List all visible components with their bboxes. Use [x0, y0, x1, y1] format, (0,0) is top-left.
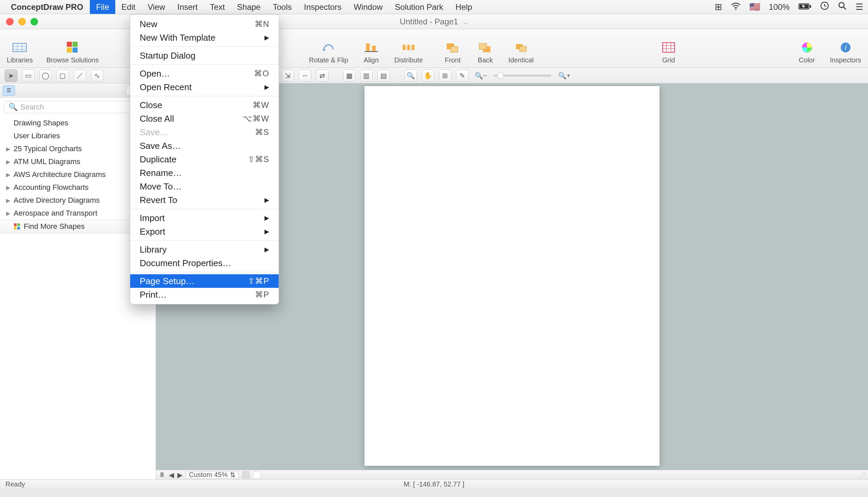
submenu-arrow-icon: ▶	[265, 228, 269, 235]
disclosure-triangle-icon: ▶	[6, 197, 11, 204]
toolbar-align[interactable]: Align	[362, 41, 381, 64]
wifi-icon[interactable]	[731, 2, 740, 12]
tool-zoom-region[interactable]: 🔍	[404, 70, 417, 82]
front-icon	[443, 41, 462, 54]
pause-icon[interactable]: ⏸	[159, 471, 166, 479]
tool-pointer[interactable]: ➤	[5, 70, 17, 82]
toolbar-identical[interactable]: Identical	[508, 41, 534, 64]
page-tab-1[interactable]	[242, 471, 250, 479]
menu-shortcut: ⌥⌘W	[243, 114, 269, 124]
zoom-slider[interactable]	[494, 74, 551, 76]
menu-item-label: Save As…	[140, 141, 181, 151]
tool-curve[interactable]: ∿	[91, 70, 103, 82]
file-menu-item[interactable]: Save As…	[130, 139, 279, 153]
file-menu-item[interactable]: Import▶	[130, 211, 279, 225]
input-flag-icon[interactable]: 🇺🇸	[749, 2, 760, 12]
file-menu-item[interactable]: New With Template▶	[130, 31, 279, 44]
window-title[interactable]: Untitled - Page1 ⌄	[400, 17, 468, 26]
tool-ellipse[interactable]: ◯	[39, 70, 52, 82]
toolbar-grid[interactable]: Grid	[659, 41, 678, 64]
prev-page-button[interactable]: ◀	[169, 471, 174, 479]
zoom-readout[interactable]: Custom 45% ⇅	[186, 471, 239, 479]
file-menu-item[interactable]: Startup Dialog	[130, 49, 279, 62]
svg-rect-17	[407, 45, 410, 50]
tool-rect[interactable]: ▭	[22, 70, 34, 82]
file-menu-item[interactable]: Move To…	[130, 180, 279, 193]
toolbar-label: Inspectors	[830, 56, 861, 64]
tool-connector-3[interactable]: ↔	[299, 70, 311, 82]
menu-insert[interactable]: Insert	[171, 0, 204, 14]
submenu-arrow-icon: ▶	[265, 196, 269, 204]
next-page-button[interactable]: ▶	[177, 471, 182, 479]
tool-chart-2[interactable]: ▥	[360, 70, 373, 82]
menu-help[interactable]: Help	[449, 0, 478, 14]
menu-edit[interactable]: Edit	[115, 0, 141, 14]
menu-tools[interactable]: Tools	[267, 0, 298, 14]
rotate-icon	[319, 41, 338, 54]
file-menu-item[interactable]: Close All⌥⌘W	[130, 112, 279, 125]
zoom-out-button[interactable]: 🔍−	[473, 70, 488, 82]
toolbar-color[interactable]: Color	[797, 41, 816, 64]
info-icon: i	[836, 41, 855, 54]
tool-connector-2[interactable]: ⇲	[281, 70, 294, 82]
file-menu-item[interactable]: New⌘N	[130, 17, 279, 31]
file-menu-item[interactable]: Document Properties…	[130, 256, 279, 270]
menu-inspectors[interactable]: Inspectors	[298, 0, 347, 14]
toolbar-libraries[interactable]: Libraries	[7, 41, 33, 64]
zoom-slider-knob[interactable]	[497, 72, 504, 79]
tool-line[interactable]: ／	[74, 70, 86, 82]
menu-solution-park[interactable]: Solution Park	[389, 0, 450, 14]
tool-pan[interactable]: ✋	[422, 70, 434, 82]
window-close-button[interactable]	[6, 18, 14, 25]
canvas-page[interactable]	[365, 86, 659, 466]
menu-file[interactable]: File	[90, 0, 115, 14]
tool-eyedropper[interactable]: ✎	[456, 70, 469, 82]
align-icon	[362, 41, 381, 54]
resize-grip-icon[interactable]: ⋰	[858, 471, 865, 479]
tool-rounded[interactable]: ▢	[56, 70, 69, 82]
menubar-appswitch-icon[interactable]: ⊞	[715, 2, 722, 12]
toolbar-back[interactable]: Back	[476, 41, 495, 64]
menu-text[interactable]: Text	[204, 0, 231, 14]
menu-window[interactable]: Window	[347, 0, 388, 14]
mac-menubar: ConceptDraw PRO File Edit View Insert Te…	[0, 0, 868, 14]
file-menu-item[interactable]: Page Setup…⇧⌘P	[130, 274, 279, 288]
file-menu-item[interactable]: Open…⌘O	[130, 67, 279, 80]
tool-chart-1[interactable]: ▦	[343, 70, 356, 82]
submenu-arrow-icon: ▶	[265, 246, 269, 253]
toolbar-front[interactable]: Front	[443, 41, 462, 64]
page-tab-add[interactable]	[253, 471, 260, 479]
toolbar-distribute[interactable]: Distribute	[394, 41, 423, 64]
disclosure-triangle-icon: ▶	[6, 172, 11, 178]
toolbar-inspectors[interactable]: i Inspectors	[830, 41, 861, 64]
file-menu-item[interactable]: Print…⌘P	[130, 288, 279, 301]
zoom-in-button[interactable]: 🔍+	[557, 70, 572, 82]
sidebar-search-input[interactable]: 🔍 Search	[4, 101, 152, 113]
clock-icon[interactable]	[820, 1, 829, 13]
file-menu-item[interactable]: Close⌘W	[130, 98, 279, 112]
file-menu-item[interactable]: Export▶	[130, 225, 279, 238]
file-menu-item[interactable]: Revert To▶	[130, 193, 279, 207]
window-zoom-button[interactable]	[30, 18, 38, 25]
menu-shortcut: ⇧⌘P	[248, 276, 269, 286]
tool-stamp[interactable]: ⊞	[439, 70, 452, 82]
battery-icon[interactable]	[798, 2, 811, 12]
tool-chart-3[interactable]: ▤	[378, 70, 390, 82]
menu-view[interactable]: View	[141, 0, 171, 14]
file-menu-item[interactable]: Library▶	[130, 243, 279, 256]
file-menu-item[interactable]: Rename…	[130, 166, 279, 180]
menubar-list-icon[interactable]: ☰	[855, 2, 863, 12]
spotlight-icon[interactable]	[838, 1, 846, 13]
svg-point-5	[839, 2, 844, 8]
sidebar-view-tree[interactable]: ☰	[3, 85, 15, 96]
app-name[interactable]: ConceptDraw PRO	[11, 2, 83, 12]
file-menu-item[interactable]: Duplicate⇧⌘S	[130, 153, 279, 166]
menu-item-label: Close All	[140, 114, 174, 124]
window-minimize-button[interactable]	[18, 18, 26, 25]
toolbar-browse-solutions[interactable]: Browse Solutions	[46, 41, 99, 64]
menu-item-label: Export	[140, 226, 165, 237]
menu-shape[interactable]: Shape	[231, 0, 267, 14]
toolbar-rotate-flip[interactable]: Rotate & Flip	[309, 41, 348, 64]
file-menu-item[interactable]: Open Recent▶	[130, 80, 279, 94]
tool-connector-4[interactable]: ⇄	[316, 70, 329, 82]
